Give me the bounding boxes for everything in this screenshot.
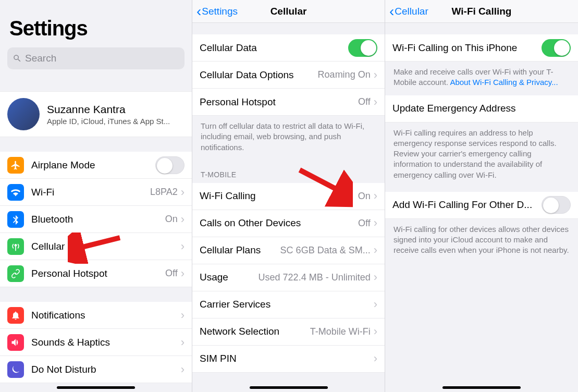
row-label: Calls on Other Devices (200, 217, 358, 229)
row-cellular-plans[interactable]: Cellular Plans SC 6GB Data & SM... › (192, 237, 385, 264)
row-sim-pin[interactable]: SIM PIN › (192, 346, 385, 373)
row-cellular-data[interactable]: Cellular Data (192, 34, 385, 62)
airplane-toggle[interactable] (155, 156, 185, 174)
row-usage[interactable]: Usage Used 722.4 MB - Unlimited › (192, 264, 385, 291)
wifi-calling-toggle[interactable] (542, 39, 571, 57)
row-airplane-mode[interactable]: Airplane Mode (0, 152, 192, 179)
link-icon (7, 265, 24, 282)
antenna-icon (7, 238, 24, 255)
chevron-left-icon: ‹ (196, 4, 201, 19)
privacy-link[interactable]: About Wi-Fi Calling & Privacy... (450, 78, 558, 87)
row-label: Notifications (31, 310, 181, 321)
row-bluetooth[interactable]: Bluetooth On › (0, 206, 192, 233)
row-value: Off (358, 218, 371, 229)
row-value: L8PA2 (150, 187, 178, 198)
row-value: Off (358, 96, 371, 107)
row-label: Personal Hotspot (31, 268, 165, 279)
row-hotspot[interactable]: Personal Hotspot Off › (0, 260, 192, 287)
search-icon (13, 54, 22, 63)
chevron-right-icon: › (374, 352, 377, 365)
chevron-right-icon: › (374, 95, 377, 109)
row-label: Network Selection (200, 326, 310, 337)
row-value: Used 722.4 MB - Unlimited (232, 272, 371, 283)
row-label: Wi-Fi (31, 187, 150, 198)
chevron-right-icon: › (181, 309, 185, 322)
speaker-icon (7, 334, 24, 351)
apple-id-row[interactable]: Suzanne Kantra Apple ID, iCloud, iTunes … (0, 91, 192, 137)
chevron-right-icon: › (374, 298, 377, 311)
row-value: On (165, 214, 178, 225)
home-indicator[interactable] (57, 386, 135, 389)
row-sounds[interactable]: Sounds & Haptics › (0, 329, 192, 356)
row-value: On (358, 191, 371, 202)
moon-icon (7, 361, 24, 378)
row-wifi[interactable]: Wi-Fi L8PA2 › (0, 179, 192, 206)
chevron-right-icon: › (374, 325, 377, 338)
row-cellular[interactable]: Cellular › (0, 233, 192, 260)
row-label: Cellular Data Options (200, 69, 318, 81)
row-value: Off (165, 268, 178, 279)
row-notifications[interactable]: Notifications › (0, 302, 192, 329)
row-calls-other[interactable]: Calls on Other Devices Off › (192, 210, 385, 237)
row-value: Roaming On (318, 69, 371, 80)
row-label: Wi-Fi Calling (200, 190, 358, 202)
footnote: Wi-Fi calling requires an address to hel… (385, 123, 578, 188)
chevron-right-icon: › (374, 243, 377, 257)
footnote: Make and receive calls over Wi-Fi with y… (385, 62, 578, 95)
nav-title: Cellular (270, 6, 307, 17)
row-label: Airplane Mode (31, 160, 155, 171)
row-hotspot[interactable]: Personal Hotspot Off › (192, 89, 385, 116)
row-label: Usage (200, 272, 228, 283)
row-label: Carrier Services (200, 299, 374, 310)
back-label: Cellular (395, 6, 428, 17)
row-label: SIM PIN (200, 353, 374, 364)
search-input[interactable]: Search (7, 47, 185, 69)
apple-id-name: Suzanne Kantra (47, 103, 170, 116)
row-label: Update Emergency Address (392, 103, 571, 114)
wifi-icon (7, 184, 24, 201)
section-header: T-MOBILE (192, 160, 385, 183)
navbar: ‹ Cellular Wi-Fi Calling (385, 0, 578, 23)
chevron-right-icon: › (181, 186, 185, 199)
cellular-data-toggle[interactable] (348, 39, 377, 57)
back-button[interactable]: ‹ Cellular (385, 4, 428, 19)
home-indicator[interactable] (442, 386, 521, 389)
row-label: Cellular Data (200, 42, 348, 54)
row-label: Add Wi-Fi Calling For Other D... (392, 199, 542, 211)
row-data-options[interactable]: Cellular Data Options Roaming On › (192, 62, 385, 89)
row-carrier-services[interactable]: Carrier Services › (192, 291, 385, 318)
bluetooth-icon (7, 211, 24, 228)
chevron-right-icon: › (181, 336, 185, 349)
avatar (7, 98, 40, 130)
footnote: Turn off cellular data to restrict all d… (192, 116, 385, 160)
chevron-right-icon: › (181, 240, 185, 253)
row-update-emergency[interactable]: Update Emergency Address (385, 95, 578, 123)
chevron-right-icon: › (374, 189, 377, 203)
row-other-devices[interactable]: Add Wi-Fi Calling For Other D... (385, 192, 578, 219)
row-wifi-calling[interactable]: Wi-Fi Calling On › (192, 183, 385, 210)
chevron-right-icon: › (374, 68, 377, 82)
row-label: Bluetooth (31, 214, 165, 225)
home-indicator[interactable] (250, 386, 328, 389)
row-network-selection[interactable]: Network Selection T-Mobile Wi-Fi › (192, 318, 385, 346)
search-placeholder: Search (25, 53, 56, 64)
row-label: Cellular (31, 241, 181, 252)
other-devices-toggle[interactable] (542, 196, 571, 214)
back-button[interactable]: ‹ Settings (192, 4, 238, 19)
row-wifi-calling-iphone[interactable]: Wi-Fi Calling on This iPhone (385, 34, 578, 62)
airplane-icon (7, 157, 24, 174)
navbar: ‹ Settings Cellular (192, 0, 385, 23)
chevron-right-icon: › (374, 271, 377, 284)
chevron-right-icon: › (181, 213, 185, 226)
row-dnd[interactable]: Do Not Disturb › (0, 356, 192, 383)
row-label: Wi-Fi Calling on This iPhone (392, 42, 542, 54)
page-title: Settings (0, 0, 192, 47)
back-label: Settings (202, 6, 238, 17)
chevron-right-icon: › (374, 216, 377, 230)
row-label: Personal Hotspot (200, 96, 358, 108)
row-label: Do Not Disturb (31, 364, 181, 375)
chevron-left-icon: ‹ (389, 4, 394, 19)
chevron-right-icon: › (181, 363, 185, 376)
chevron-right-icon: › (181, 267, 185, 280)
nav-title: Wi-Fi Calling (452, 6, 512, 17)
